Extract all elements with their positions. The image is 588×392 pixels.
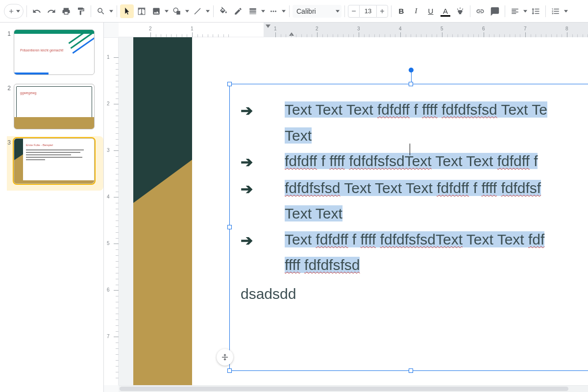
select-tool-button[interactable] — [120, 4, 134, 18]
thumbnail-title: Erste Folie - Beispiel — [26, 144, 53, 147]
fill-color-button[interactable] — [217, 4, 230, 18]
line-tool-button[interactable] — [191, 4, 204, 18]
separator — [545, 5, 546, 17]
slide-number: 1 — [5, 29, 11, 75]
slide-number: 3 — [5, 138, 11, 184]
redo-button[interactable] — [45, 4, 58, 18]
resize-handle[interactable] — [409, 368, 413, 373]
thumbnail[interactable]: Erste Folie - Beispiel — [14, 138, 95, 184]
paint-bucket-icon — [219, 7, 228, 16]
image-dropdown[interactable] — [164, 9, 169, 13]
font-size-control: − 13 + — [348, 5, 388, 18]
italic-button[interactable]: I — [409, 4, 423, 18]
resize-handle[interactable] — [227, 225, 232, 229]
resize-handle[interactable] — [227, 82, 232, 86]
separator — [470, 5, 470, 17]
main-area: 1 Präsentieren leicht gemacht! 2 ggwegew… — [0, 23, 588, 392]
underline-button[interactable]: U — [424, 4, 438, 18]
left-indent[interactable] — [289, 32, 294, 36]
textbox-icon — [137, 7, 146, 16]
line-dropdown[interactable] — [205, 9, 210, 13]
separator — [117, 5, 117, 17]
line-spacing-button[interactable] — [529, 4, 542, 18]
toolbar: − 13 + B I U A — [0, 0, 588, 23]
pen-icon — [234, 7, 243, 16]
align-dropdown[interactable] — [523, 9, 528, 13]
canvas-area: 2112345678 1234567 ➔Text Text Text fdfdf… — [104, 23, 588, 392]
bold-icon: B — [399, 7, 404, 15]
chevron-down-icon — [16, 9, 20, 13]
more-icon — [269, 7, 278, 16]
paint-roller-icon — [76, 7, 85, 16]
separator — [344, 5, 345, 17]
font-size-decrease[interactable]: − — [348, 5, 360, 18]
align-left-icon — [511, 7, 519, 16]
shape-tool-button[interactable] — [170, 4, 184, 18]
autofit-button[interactable] — [217, 349, 233, 366]
numbered-list-dropdown[interactable] — [564, 9, 568, 13]
shape-dropdown[interactable] — [185, 9, 190, 13]
paint-format-button[interactable] — [74, 4, 88, 18]
undo-icon — [32, 7, 41, 16]
underline-icon: U — [428, 7, 434, 15]
comment-icon — [490, 7, 499, 16]
border-color-button[interactable] — [231, 4, 245, 18]
svg-rect-2 — [176, 11, 180, 15]
vertical-ruler[interactable]: 1234567 — [104, 37, 119, 385]
border-dash-button[interactable] — [267, 4, 280, 18]
zoom-dropdown[interactable] — [109, 9, 114, 13]
text-box[interactable]: ➔Text Text Text fdfdff f ffff fdfdfsfsd … — [229, 84, 588, 371]
new-slide-button[interactable] — [4, 4, 24, 19]
slide-thumbnail-2[interactable]: 2 ggwegewg — [0, 82, 103, 136]
slide-number: 2 — [5, 84, 11, 129]
zoom-button[interactable] — [94, 4, 108, 18]
editor-stage[interactable]: ➔Text Text Text fdfdff f ffff fdfdfsfsd … — [119, 37, 588, 385]
thumbnail-title: ggwegewg — [20, 91, 36, 95]
border-dash-dropdown[interactable] — [281, 9, 286, 13]
border-weight-dropdown[interactable] — [261, 9, 266, 13]
font-input[interactable] — [293, 5, 342, 18]
image-icon — [152, 7, 161, 16]
horizontal-ruler[interactable]: 2112345678 — [119, 23, 588, 37]
align-button[interactable] — [508, 4, 522, 18]
separator — [213, 5, 214, 17]
line-icon — [193, 7, 202, 16]
font-size-value[interactable]: 13 — [360, 5, 376, 18]
thumbnail[interactable]: ggwegewg — [14, 84, 95, 129]
text-content[interactable]: ➔Text Text Text fdfdff f ffff fdfdfsfsd … — [230, 84, 588, 311]
italic-icon: I — [415, 7, 417, 15]
text-color-button[interactable]: A — [439, 4, 452, 18]
font-picker[interactable] — [293, 5, 342, 18]
thumbnail-title: Präsentieren leicht gemacht! — [20, 49, 64, 52]
svg-point-3 — [270, 10, 272, 12]
resize-handle[interactable] — [409, 82, 413, 86]
horizontal-scrollbar[interactable] — [119, 385, 588, 392]
separator — [26, 5, 27, 17]
border-weight-button[interactable] — [246, 4, 260, 18]
font-size-increase[interactable]: + — [376, 5, 388, 18]
first-line-indent[interactable] — [266, 24, 270, 28]
textbox-tool-button[interactable] — [135, 4, 148, 18]
line-spacing-icon — [531, 7, 540, 16]
comment-button[interactable] — [488, 4, 502, 18]
slide-background — [133, 37, 192, 385]
bold-button[interactable]: B — [394, 4, 408, 18]
separator — [505, 5, 505, 17]
slide-thumbnail-3[interactable]: 3 Erste Folie - Beispiel — [0, 136, 103, 191]
autofit-icon — [220, 353, 229, 362]
plus-icon — [8, 8, 15, 15]
undo-button[interactable] — [30, 4, 44, 18]
text-color-icon: A — [443, 7, 448, 15]
print-button[interactable] — [59, 4, 73, 18]
zoom-icon — [97, 7, 105, 16]
numbered-list-button[interactable] — [549, 4, 563, 18]
rotate-handle[interactable] — [409, 68, 414, 73]
image-tool-button[interactable] — [149, 4, 163, 18]
line-weight-icon — [248, 7, 257, 16]
svg-point-5 — [275, 10, 276, 12]
highlight-button[interactable] — [453, 4, 467, 18]
link-button[interactable] — [473, 4, 487, 18]
resize-handle[interactable] — [227, 368, 232, 373]
thumbnail[interactable]: Präsentieren leicht gemacht! — [14, 29, 95, 75]
slide-thumbnail-1[interactable]: 1 Präsentieren leicht gemacht! — [0, 27, 103, 82]
